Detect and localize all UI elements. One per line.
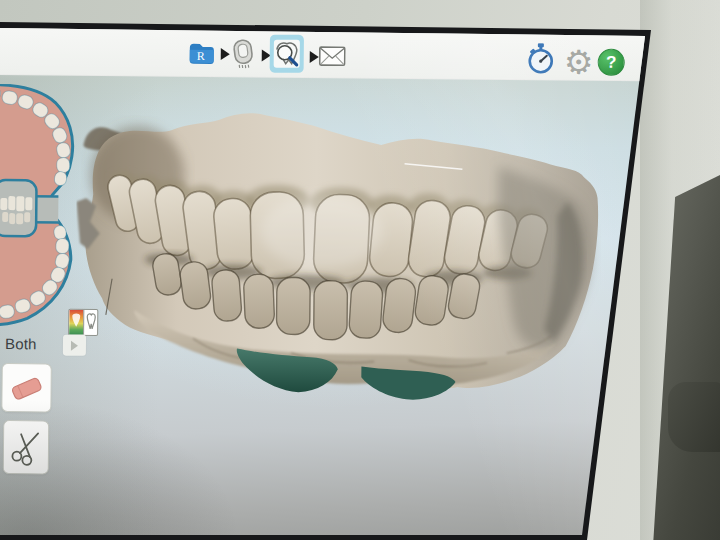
scissors-icon [9, 427, 43, 467]
arrow-right-icon [221, 48, 230, 60]
trim-tool-button[interactable] [3, 420, 50, 474]
eraser-tool-button[interactable] [1, 363, 51, 412]
folder-icon: R [188, 41, 215, 66]
monitor-photo: R [0, 0, 720, 540]
scanner-icon [230, 38, 257, 69]
svg-text:R: R [197, 49, 205, 63]
analyze-step-button-active[interactable] [270, 35, 304, 73]
app-ui: R [0, 0, 720, 540]
expand-panel-button[interactable] [63, 335, 86, 356]
question-icon: ? [606, 52, 617, 72]
monitor-arm-joint [668, 382, 720, 452]
scan-view-toggle[interactable] [68, 309, 98, 336]
jaw-navigator[interactable] [0, 84, 107, 335]
screen: R [0, 0, 720, 540]
envelope-icon [319, 46, 346, 66]
gear-icon: ⚙ [564, 45, 594, 78]
arrow-right-icon [310, 51, 319, 63]
color-scan-icon[interactable] [69, 310, 84, 335]
eraser-icon [6, 370, 46, 406]
bite-front-view [0, 180, 37, 236]
stopwatch-icon [527, 43, 555, 74]
scan-step-button[interactable] [230, 38, 257, 69]
model-viewport[interactable] [74, 104, 612, 421]
monochrome-scan-icon[interactable] [84, 310, 98, 335]
help-button[interactable]: ? [598, 49, 625, 76]
view-mode-label: Both [5, 335, 37, 352]
tooth-magnifier-icon [274, 40, 300, 68]
order-step-button[interactable]: R [188, 41, 215, 66]
send-step-button[interactable] [319, 46, 346, 66]
settings-button[interactable]: ⚙ [562, 44, 596, 78]
timer-button[interactable] [527, 43, 555, 74]
chevron-right-icon [71, 340, 78, 350]
